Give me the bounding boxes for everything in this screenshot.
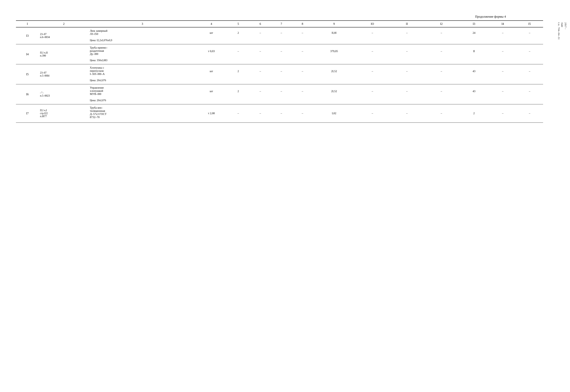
- row-col13: 2: [459, 104, 489, 123]
- table-header-row: I 2 3 4 5 6 7 8 9 IO II I2 I3 I4 I5: [16, 21, 543, 27]
- header-col3: 3: [89, 21, 196, 27]
- table-row: I3 23–07п.6–0034 Люк замерныйЛЗ–I50 шт 2…: [16, 27, 543, 36]
- title-text: Продолжение формы 4: [475, 15, 506, 18]
- table-row: Цена: 350xI,083: [16, 58, 543, 64]
- header-col13: I3: [459, 21, 489, 27]
- main-table: I 2 3 4 5 6 7 8 9 IO II I2 I3 I4 I5 I3 2…: [16, 20, 543, 123]
- header-col14: I4: [489, 21, 516, 27]
- table-row: I5 23–07п.5–00I4 Хлопушка сперепускомI–Х…: [16, 64, 543, 77]
- row-price: Цена: 20xI,076: [89, 98, 196, 104]
- row-unit: шт: [196, 27, 227, 38]
- row-unit: шт: [196, 84, 227, 98]
- table-row: Цена: 20xI,076: [16, 78, 543, 84]
- row-id: I6: [16, 84, 39, 104]
- side-label-bottom: | П17 –: [564, 22, 567, 40]
- row-col13: 24: [459, 27, 489, 38]
- row-col9: I,02: [313, 104, 355, 123]
- header-col11: II: [390, 21, 424, 27]
- row-col9: 2I,52: [313, 64, 355, 78]
- header-col12: I2: [424, 21, 459, 27]
- row-id: I5: [16, 64, 39, 84]
- header-col4: 4: [196, 21, 227, 27]
- row-name: Хлопушка сперепускомI–ХП–I00–А: [89, 64, 196, 77]
- header-col7: 7: [271, 21, 292, 27]
- row-price: Цена: I2,2xI,076x0,9: [89, 38, 196, 44]
- row-name: УправлениехлопушкойМУВ–I00: [89, 84, 196, 97]
- row-name: Труба приемо–раздаточнаяДу–I00: [89, 44, 196, 56]
- row-unit: шт: [196, 64, 227, 78]
- header-col2: 2: [39, 21, 89, 27]
- row-col13: II: [459, 44, 489, 58]
- row-ref: –"–п.5–0023: [39, 84, 89, 104]
- header-col5: 5: [227, 21, 250, 27]
- row-col9: II,8I: [313, 27, 355, 38]
- table-row: Цена: 20xI,076: [16, 98, 543, 104]
- table-row: I6 –"–п.5–0023 УправлениехлопушкойМУВ–I0…: [16, 84, 543, 97]
- page-container: Продолжение формы 4 I 2 3 4 5 6 7 8 9 IO…: [16, 0, 554, 123]
- row-ref: 23–07п.6–0034: [39, 27, 89, 44]
- header-col1: I: [16, 21, 39, 27]
- row-name: Люк замерныйЛЗ–I50: [89, 27, 196, 36]
- page-title: Продолжение формы 4: [16, 15, 543, 18]
- row-price: Цена: 20xI,076: [89, 78, 196, 84]
- header-col9: 9: [313, 21, 355, 27]
- row-id: I3: [16, 27, 39, 44]
- row-price: Цена: 350xI,083: [89, 58, 196, 64]
- table-row: I4 П.I ч.IIп.390 Труба приемо–раздаточна…: [16, 44, 543, 56]
- row-col5: 2: [227, 27, 250, 38]
- row-unit: т 2,08: [196, 104, 227, 123]
- row-col9: 2I,52: [313, 84, 355, 98]
- header-col6: 6: [250, 21, 271, 27]
- row-ref: 23–07п.5–00I4: [39, 64, 89, 84]
- header-col8: 8: [292, 21, 313, 27]
- row-name: Труба вен–тиляционнаяД–57х3 ГОСТ8732–70: [89, 104, 196, 120]
- side-label-top: т.п. 704–04–31: [557, 22, 560, 40]
- row-ref: П.I ч.Iстр.I22п.I877: [39, 104, 89, 123]
- header-col10: IO: [355, 21, 390, 27]
- row-col13: 43: [459, 84, 489, 98]
- row-unit: т 0,03: [196, 44, 227, 58]
- side-label: т.п. 704–04–31 Адш | П17 –: [557, 22, 567, 40]
- row-ref: П.I ч.IIп.390: [39, 44, 89, 64]
- table-row: I7 П.I ч.Iстр.I22п.I877 Труба вен–тиляци…: [16, 104, 543, 120]
- row-col9: 379,05: [313, 44, 355, 58]
- table-row: Цена: I2,2xI,076x0,9: [16, 38, 543, 44]
- row-id: I4: [16, 44, 39, 64]
- row-col13: 43: [459, 64, 489, 78]
- header-col15: I5: [516, 21, 543, 27]
- side-label-middle: Адш: [561, 22, 564, 40]
- row-id: I7: [16, 104, 39, 123]
